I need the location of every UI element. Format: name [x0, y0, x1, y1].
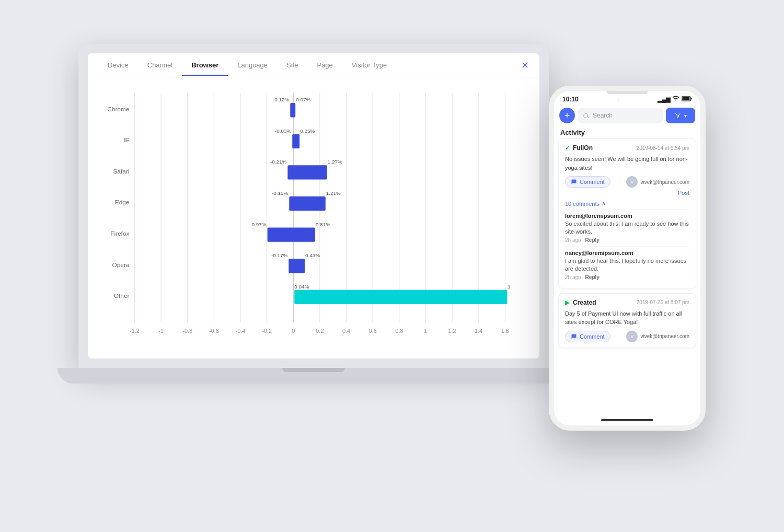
reply-button-1[interactable]: Reply [585, 237, 599, 243]
comment-user-1: lorem@loremipsum.com [565, 213, 689, 219]
card-header-2: ▶ Created 2019-07-26 at 8:07 pm [565, 299, 689, 306]
card-actions-2: Comment V vivek@tripaneer.com [565, 331, 689, 342]
svg-text:-0.15%: -0.15% [272, 190, 289, 196]
user-email-1: vivek@tripaneer.com [640, 179, 689, 185]
activity-card-1: ✓ FullOn 2019-08-14 at 6:54 pm No issues… [558, 138, 696, 289]
comment-label-1: Comment [580, 179, 605, 185]
laptop-base [57, 368, 570, 384]
card-actions-1: Comment V vivek@tripaneer.com [565, 176, 689, 188]
tabs-bar: Device Channel Browser Language Site Pag… [88, 53, 539, 77]
comment-label-2: Comment [580, 333, 605, 340]
comments-count-1[interactable]: 10 comments ∧ [565, 198, 689, 209]
svg-rect-37 [290, 103, 295, 117]
svg-text:1.27%: 1.27% [328, 159, 342, 165]
svg-text:1: 1 [508, 284, 511, 290]
svg-text:0.07%: 0.07% [296, 97, 310, 102]
created-play-icon: ▶ [565, 299, 570, 306]
svg-text:0.2: 0.2 [316, 328, 324, 334]
status-time: 10:10 [562, 96, 579, 103]
phone: 10:10 ↑ ▂▄▆ + Search ▾ [549, 86, 706, 431]
avatar-1: V [626, 176, 638, 188]
comment-meta-2: 2h ago Reply [565, 274, 689, 280]
svg-text:0.4: 0.4 [342, 328, 350, 334]
svg-text:1.4: 1.4 [475, 328, 482, 334]
tab-visitor-type[interactable]: Visitor Type [342, 55, 396, 75]
svg-text:1.2: 1.2 [448, 328, 456, 334]
tab-language[interactable]: Language [228, 55, 277, 75]
tab-device[interactable]: Device [98, 55, 138, 75]
tab-site[interactable]: Site [277, 55, 307, 75]
svg-rect-43 [287, 165, 327, 179]
comment-user-2: nancy@loremipsum.com [565, 250, 689, 256]
svg-rect-46 [289, 196, 326, 211]
tab-channel[interactable]: Channel [138, 55, 182, 75]
svg-text:-0.97%: -0.97% [250, 222, 267, 227]
svg-rect-40 [292, 134, 299, 148]
card-title-2: Created [573, 299, 596, 306]
fullon-check-icon: ✓ [565, 145, 570, 152]
svg-text:Firefox: Firefox [110, 230, 129, 237]
card-body-1: No issues seen! We will be going full on… [565, 155, 689, 172]
svg-text:Edge: Edge [115, 199, 130, 206]
card-user-1: V vivek@tripaneer.com [626, 176, 689, 188]
svg-text:-0.21%: -0.21% [270, 159, 287, 165]
svg-text:-0.4: -0.4 [236, 328, 246, 334]
svg-text:0.6: 0.6 [369, 328, 377, 334]
svg-text:0: 0 [292, 328, 295, 334]
comment-button-1[interactable]: Comment [565, 176, 610, 188]
svg-text:Other: Other [114, 292, 130, 299]
svg-rect-55 [294, 290, 507, 304]
svg-text:IE: IE [123, 136, 129, 144]
svg-text:-0.2: -0.2 [262, 328, 272, 334]
comment-item-1: lorem@loremipsum.com So excited about th… [565, 209, 689, 246]
svg-text:0.43%: 0.43% [305, 252, 320, 258]
laptop-screen: Device Channel Browser Language Site Pag… [88, 53, 539, 358]
phone-content[interactable]: ✓ FullOn 2019-08-14 at 6:54 pm No issues… [554, 138, 700, 415]
svg-text:Opera: Opera [112, 261, 129, 269]
svg-text:-0.03%: -0.03% [275, 128, 292, 134]
tab-page[interactable]: Page [307, 55, 342, 75]
svg-text:0.04%: 0.04% [294, 284, 309, 290]
search-field[interactable]: Search [578, 108, 663, 123]
svg-text:-0.6: -0.6 [209, 328, 219, 334]
battery-icon [682, 96, 692, 103]
home-indicator [601, 419, 653, 421]
activity-card-2: ▶ Created 2019-07-26 at 8:07 pm Day 5 of… [558, 293, 696, 348]
svg-text:0.8: 0.8 [395, 328, 403, 334]
scene: Device Channel Browser Language Site Pag… [78, 44, 706, 488]
svg-rect-52 [289, 259, 305, 273]
svg-rect-60 [682, 97, 689, 100]
signal-icon: ▂▄▆ [658, 96, 670, 103]
close-icon[interactable]: ✕ [521, 60, 529, 71]
svg-rect-49 [268, 227, 315, 241]
card-title-1: FullOn [573, 144, 593, 152]
status-bar: 10:10 ↑ ▂▄▆ [554, 91, 700, 106]
search-placeholder: Search [593, 112, 613, 119]
svg-text:1: 1 [424, 328, 427, 334]
user-email-2: vivek@tripaneer.com [640, 333, 689, 339]
svg-text:Safari: Safari [113, 168, 129, 175]
reply-button-2[interactable]: Reply [585, 274, 599, 280]
wifi-icon [672, 95, 679, 103]
tab-browser[interactable]: Browser [182, 55, 228, 75]
svg-text:1.6: 1.6 [501, 328, 509, 334]
svg-rect-59 [691, 98, 692, 99]
search-bar-row: + Search ▾ [554, 106, 700, 125]
svg-text:-1.2: -1.2 [130, 328, 140, 334]
post-button-1[interactable]: Post [565, 188, 689, 198]
comment-meta-1: 2h ago Reply [565, 237, 689, 243]
card-date-2: 2019-07-26 at 8:07 pm [637, 299, 689, 305]
add-button[interactable]: + [559, 108, 575, 123]
card-user-2: V vivek@tripaneer.com [626, 331, 689, 342]
comment-text-2: I am glad to hear this. Hopefully no mor… [565, 257, 689, 273]
svg-text:0.81%: 0.81% [316, 222, 330, 227]
svg-text:1.21%: 1.21% [326, 190, 341, 196]
svg-text:0.25%: 0.25% [300, 128, 315, 134]
status-arrow: ↑ [617, 97, 619, 102]
comment-text-1: So excited about this! I am ready to see… [565, 220, 689, 236]
filter-button[interactable]: ▾ [666, 108, 695, 123]
card-header-1: ✓ FullOn 2019-08-14 at 6:54 pm [565, 144, 689, 152]
comment-button-2[interactable]: Comment [565, 331, 610, 342]
laptop-body: Device Channel Browser Language Site Pag… [78, 44, 549, 368]
svg-text:-0.8: -0.8 [182, 328, 192, 334]
